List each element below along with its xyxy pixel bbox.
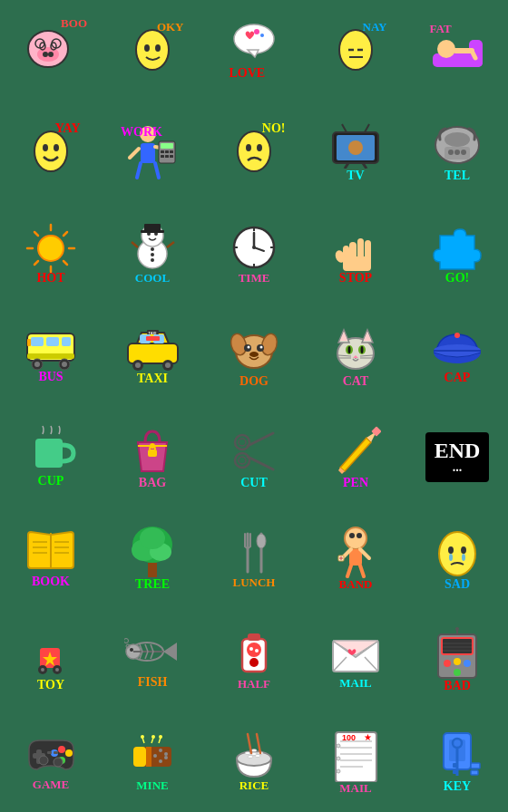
svg-rect-28 (141, 143, 155, 163)
svg-rect-207 (248, 633, 260, 641)
cell-cap[interactable]: CAP (406, 304, 508, 406)
svg-rect-33 (161, 150, 164, 153)
cell-half[interactable]: HALF (203, 609, 305, 710)
cell-book[interactable]: BOOK (0, 508, 102, 609)
cell-dog[interactable]: DOG (203, 304, 305, 406)
svg-text:100: 100 (342, 733, 356, 742)
svg-line-64 (64, 232, 67, 236)
svg-point-253 (245, 752, 250, 755)
cell-bag[interactable]: BAG (102, 406, 203, 508)
svg-point-146 (239, 457, 246, 464)
cell-band[interactable]: BAND (305, 508, 406, 609)
svg-point-184 (448, 546, 454, 554)
cell-oky[interactable]: OKY (102, 0, 203, 102)
svg-point-171 (257, 534, 266, 548)
cell-work[interactable]: WORK (102, 102, 203, 203)
cell-mine[interactable]: MINE (102, 710, 203, 812)
svg-point-21 (437, 40, 455, 58)
svg-point-57 (38, 236, 64, 261)
svg-point-185 (461, 546, 466, 554)
svg-rect-275 (453, 763, 458, 768)
svg-point-10 (155, 44, 161, 52)
svg-point-54 (448, 150, 454, 155)
cell-hot[interactable]: HOT (0, 203, 102, 304)
cell-stop[interactable]: STOP (305, 203, 406, 304)
cell-go[interactable]: GO! (406, 203, 508, 304)
cell-tree[interactable]: TREE (102, 508, 203, 609)
cell-cup[interactable]: CUP (0, 406, 102, 508)
cell-key[interactable]: KEY (406, 710, 508, 812)
cell-boo[interactable]: BOO (0, 0, 102, 102)
cell-nay[interactable]: NAY (305, 0, 406, 102)
svg-point-208 (247, 643, 261, 657)
cell-bus[interactable]: BUS (0, 304, 102, 406)
cell-love[interactable]: LOVE (203, 0, 305, 102)
svg-rect-272 (471, 770, 478, 775)
cell-sad[interactable]: SAD (406, 508, 508, 609)
cell-fat[interactable]: FAT (406, 0, 508, 102)
svg-point-42 (246, 144, 251, 151)
svg-line-201 (145, 652, 148, 659)
svg-line-63 (64, 261, 67, 265)
svg-point-191 (41, 668, 44, 672)
cell-rice[interactable]: RICE (203, 710, 305, 812)
cell-game[interactable]: GAME (0, 710, 102, 812)
svg-line-202 (151, 652, 153, 659)
svg-point-240 (159, 759, 162, 763)
cell-cat[interactable]: CAT (305, 304, 406, 406)
cell-pen[interactable]: PEN (305, 406, 406, 508)
cell-cool[interactable]: COOL (102, 203, 203, 304)
svg-rect-236 (133, 747, 146, 767)
cell-fish[interactable]: FISH (102, 609, 203, 710)
svg-point-227 (58, 746, 65, 753)
svg-point-56 (461, 150, 466, 155)
cell-taxi[interactable]: TAXI TAXI (102, 304, 203, 406)
svg-line-198 (145, 644, 148, 652)
svg-line-256 (248, 734, 251, 753)
cell-mail2[interactable]: 100 ★ MAIL (305, 710, 406, 812)
svg-point-26 (54, 144, 59, 151)
svg-rect-37 (165, 155, 169, 158)
svg-point-8 (136, 30, 169, 70)
svg-point-231 (39, 756, 48, 765)
svg-point-219 (444, 660, 451, 667)
svg-point-11 (234, 24, 274, 53)
svg-point-210 (249, 647, 253, 651)
cell-tv[interactable]: TV (305, 102, 406, 203)
svg-point-127 (348, 346, 351, 353)
svg-point-72 (151, 247, 154, 251)
cell-no[interactable]: NO! (203, 102, 305, 203)
svg-line-178 (347, 566, 351, 576)
cell-end[interactable]: END ... (406, 406, 508, 508)
cell-mail[interactable]: MAIL (305, 609, 406, 710)
svg-point-73 (151, 253, 154, 256)
cell-tel[interactable]: TEL (406, 102, 508, 203)
cell-bad[interactable]: BAD (406, 609, 508, 710)
svg-point-15 (339, 30, 372, 70)
svg-point-266 (337, 744, 340, 748)
cell-yay[interactable]: YAY (0, 102, 102, 203)
svg-rect-271 (471, 763, 480, 768)
svg-point-143 (235, 435, 249, 450)
svg-point-250 (248, 756, 253, 759)
svg-point-74 (151, 258, 154, 262)
cell-time[interactable]: TIME (203, 203, 305, 304)
svg-point-172 (345, 527, 366, 549)
svg-point-116 (248, 345, 250, 348)
svg-marker-149 (340, 438, 371, 471)
svg-point-232 (54, 758, 63, 767)
svg-point-105 (135, 362, 141, 368)
svg-rect-32 (161, 143, 173, 149)
svg-point-99 (62, 362, 67, 367)
svg-rect-38 (170, 155, 173, 158)
svg-point-248 (159, 735, 162, 739)
svg-point-241 (164, 756, 168, 759)
svg-point-242 (153, 754, 157, 758)
svg-point-238 (159, 749, 162, 752)
svg-line-257 (257, 734, 260, 753)
svg-point-50 (348, 140, 363, 155)
cell-toy[interactable]: TOY (0, 609, 102, 710)
cell-lunch[interactable]: LUNCH (203, 508, 305, 609)
svg-point-9 (144, 44, 150, 52)
cell-cut[interactable]: CUT (203, 406, 305, 508)
